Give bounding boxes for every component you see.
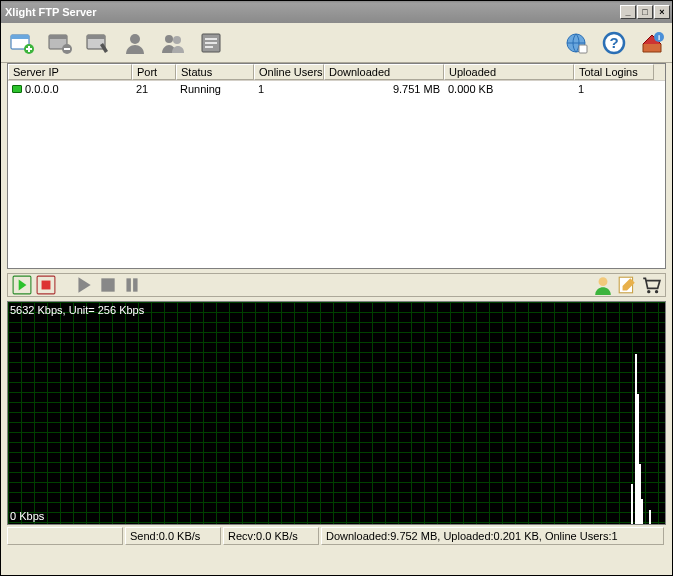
close-button[interactable]: × <box>654 5 670 19</box>
column-header-port[interactable]: Port <box>132 64 176 80</box>
globe-icon <box>563 30 589 56</box>
svg-point-9 <box>165 35 173 43</box>
online-users-button[interactable] <box>593 275 613 295</box>
minimize-button[interactable]: _ <box>620 5 636 19</box>
cell-port: 21 <box>132 83 176 95</box>
main-toolbar: ? i <box>1 23 672 63</box>
column-header-down[interactable]: Downloaded <box>324 64 444 80</box>
edit-button[interactable] <box>617 275 637 295</box>
column-header-up[interactable]: Uploaded <box>444 64 574 80</box>
svg-rect-20 <box>42 281 51 290</box>
column-header-ip[interactable]: Server IP <box>8 64 132 80</box>
cell-online: 1 <box>254 83 324 95</box>
svg-text:?: ? <box>609 34 618 51</box>
users-icon <box>160 30 186 56</box>
svg-rect-1 <box>11 35 29 39</box>
server-config-icon <box>84 30 110 56</box>
maximize-button[interactable]: □ <box>637 5 653 19</box>
stop-icon <box>98 275 118 295</box>
list-header: Server IP Port Status Online Users Downl… <box>8 64 665 81</box>
titlebar: Xlight FTP Server _ □ × <box>1 1 672 23</box>
cell-status: Running <box>176 83 254 95</box>
svg-text:i: i <box>658 33 660 42</box>
cell-logins: 1 <box>574 83 654 95</box>
svg-rect-22 <box>126 278 130 291</box>
edit-icon <box>617 275 637 295</box>
status-cell-1 <box>7 527 123 545</box>
graph-bottom-label: 0 Kbps <box>10 510 44 522</box>
window-title: Xlight FTP Server <box>5 6 620 18</box>
play-square-icon <box>12 275 32 295</box>
graph-spike <box>649 510 651 524</box>
status-summary: Downloaded:9.752 MB, Uploaded:0.201 KB, … <box>321 527 664 545</box>
column-header-status[interactable]: Status <box>176 64 254 80</box>
cell-up: 0.000 KB <box>444 83 574 95</box>
graph-top-label: 5632 Kbps, Unit= 256 Kbps <box>10 304 144 316</box>
server-status-led-icon <box>12 85 22 93</box>
stop-button[interactable] <box>98 275 118 295</box>
svg-rect-13 <box>579 45 587 53</box>
server-list: Server IP Port Status Online Users Downl… <box>7 63 666 269</box>
remove-server-button[interactable] <box>45 29 73 57</box>
svg-rect-21 <box>101 278 114 291</box>
remove-server-icon <box>46 30 72 56</box>
stop-all-button[interactable] <box>36 275 56 295</box>
graph-spike <box>631 484 633 524</box>
list-body: 0.0.0.0 21 Running 1 9.751 MB 0.000 KB 1 <box>8 81 665 268</box>
play-button[interactable] <box>74 275 94 295</box>
pause-icon <box>122 275 142 295</box>
help-button[interactable]: ? <box>600 29 628 57</box>
cell-ip: 0.0.0.0 <box>8 83 132 95</box>
graph-spike <box>641 499 643 524</box>
svg-point-10 <box>173 36 181 44</box>
home-icon: i <box>639 30 665 56</box>
column-header-logins[interactable]: Total Logins <box>574 64 654 80</box>
log-button[interactable] <box>197 29 225 57</box>
add-server-button[interactable] <box>7 29 35 57</box>
svg-point-26 <box>647 290 650 293</box>
cart-button[interactable] <box>641 275 661 295</box>
log-icon <box>198 30 224 56</box>
table-row[interactable]: 0.0.0.0 21 Running 1 9.751 MB 0.000 KB 1 <box>8 81 665 97</box>
start-all-button[interactable] <box>12 275 32 295</box>
stop-square-icon <box>36 275 56 295</box>
users-button[interactable] <box>159 29 187 57</box>
cell-down: 9.751 MB <box>324 83 444 95</box>
play-icon <box>74 275 94 295</box>
svg-point-24 <box>599 277 608 286</box>
column-header-online[interactable]: Online Users <box>254 64 324 80</box>
svg-point-8 <box>130 34 140 44</box>
add-server-icon <box>8 30 34 56</box>
pause-button[interactable] <box>122 275 142 295</box>
bandwidth-graph: 5632 Kbps, Unit= 256 Kbps 0 Kbps <box>7 301 666 525</box>
control-bar <box>7 273 666 297</box>
cart-icon <box>641 275 661 295</box>
cell-ip-text: 0.0.0.0 <box>25 83 59 95</box>
svg-rect-23 <box>133 278 137 291</box>
status-send: Send:0.0 KB/s <box>125 527 221 545</box>
avatar-icon <box>593 275 613 295</box>
help-icon: ? <box>601 30 627 56</box>
svg-point-27 <box>655 290 658 293</box>
svg-rect-7 <box>87 35 105 39</box>
user-icon <box>122 30 148 56</box>
user-button[interactable] <box>121 29 149 57</box>
global-options-button[interactable] <box>562 29 590 57</box>
server-config-button[interactable] <box>83 29 111 57</box>
home-button[interactable]: i <box>638 29 666 57</box>
status-bar: Send:0.0 KB/s Recv:0.0 KB/s Downloaded:9… <box>7 527 666 545</box>
svg-rect-4 <box>49 35 67 39</box>
window-buttons: _ □ × <box>620 5 670 19</box>
status-recv: Recv:0.0 KB/s <box>223 527 319 545</box>
